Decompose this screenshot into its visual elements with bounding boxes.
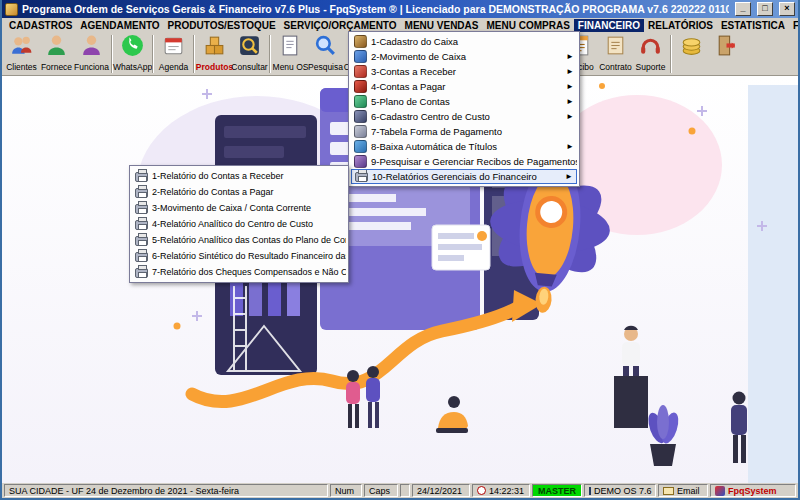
toolbar-button-pesquisa[interactable]: Pesquisa (308, 33, 343, 75)
receivables-icon (354, 65, 367, 78)
search-icon (313, 33, 338, 62)
clock-icon (477, 486, 486, 495)
reports-submenu-item[interactable]: 7-Relatório dos Cheques Compensados e Nã… (132, 264, 346, 280)
toolbar-button-coins[interactable] (674, 33, 709, 75)
printer-icon (135, 252, 148, 262)
status-bar: SUA CIDADE - UF 24 de Dezembro de 2021 -… (2, 483, 798, 498)
toolbar-button-whatsapp[interactable]: WhatsApp (115, 33, 150, 75)
plant (645, 405, 682, 466)
printer-icon (135, 172, 148, 182)
cash-register-icon (354, 35, 367, 48)
minimize-button[interactable]: _ (735, 2, 751, 16)
financeiro-menu-item[interactable]: 6-Cadastro Centro de Custo ► (351, 109, 577, 124)
status-version: DEMO OS 7.6 (584, 484, 656, 497)
toolbar-separator (152, 35, 154, 73)
reports-submenu: 1-Relatório do Contas a Receber 2-Relató… (129, 165, 349, 283)
clients-icon (9, 33, 34, 62)
app-window: Programa Ordem de Serviços Gerais & Fina… (0, 0, 800, 500)
submenu-arrow-icon: ► (566, 142, 574, 151)
monitor-icon (589, 487, 591, 495)
person-right (731, 392, 747, 464)
menu-ferramentas[interactable]: FERRAMENTAS (789, 19, 800, 32)
toolbar-button-fornece[interactable]: Fornece (39, 33, 74, 75)
submenu-arrow-icon: ► (566, 112, 574, 121)
wall-band (748, 85, 798, 483)
maximize-button[interactable]: □ (757, 2, 773, 16)
reports-submenu-item[interactable]: 1-Relatório do Contas a Receber (132, 168, 346, 184)
printer-icon (135, 188, 148, 198)
status-date: 24/12/2021 (412, 484, 470, 497)
toolbar-button-agenda[interactable]: Agenda (156, 33, 191, 75)
financeiro-menu-item[interactable]: 3-Contas a Receber ► (351, 64, 577, 79)
submenu-arrow-icon: ► (566, 52, 574, 61)
status-location: SUA CIDADE - UF 24 de Dezembro de 2021 -… (4, 484, 328, 497)
toolbar-separator (269, 35, 271, 73)
toolbar-button-contrato[interactable]: Contrato (598, 33, 633, 75)
status-email[interactable]: Email (658, 484, 708, 497)
person-crouching (436, 396, 468, 433)
toolbar-button-funciona[interactable]: Funciona (74, 33, 109, 75)
calendar-icon (161, 33, 186, 62)
reports-submenu-item[interactable]: 3-Movimento de Caixa / Conta Corrente (132, 200, 346, 216)
financeiro-menu-item-selected[interactable]: 10-Relatórios Gerenciais do Financeiro ► (351, 169, 577, 184)
financeiro-menu-item[interactable]: 7-Tabela Forma de Pagamento (351, 124, 577, 139)
reports-submenu-item[interactable]: 2-Relatório do Contas a Pagar (132, 184, 346, 200)
menu-servico-orcamento[interactable]: SERVIÇO/ORÇAMENTO (280, 19, 401, 32)
submenu-arrow-icon: ► (566, 67, 574, 76)
status-brand: FpqSystem (710, 484, 796, 497)
cost-center-icon (354, 110, 367, 123)
financeiro-menu-item[interactable]: 4-Contas a Pagar ► (351, 79, 577, 94)
status-time: 14:22:31 (472, 484, 530, 497)
printer-icon (135, 204, 148, 214)
supplier-icon (44, 33, 69, 62)
menu-financeiro[interactable]: FINANCEIRO (574, 19, 644, 32)
toolbar-separator (193, 35, 195, 73)
financeiro-menu-item[interactable]: 9-Pesquisar e Gerenciar Recibos de Pagam… (351, 154, 577, 169)
whatsapp-icon (120, 33, 145, 62)
financeiro-menu-item[interactable]: 5-Plano de Contas ► (351, 94, 577, 109)
printer-icon (135, 220, 148, 230)
payables-icon (354, 80, 367, 93)
menu-cadastros[interactable]: CADASTROS (5, 19, 76, 32)
toolbar-button-consultar[interactable]: Consultar (232, 33, 267, 75)
submenu-arrow-icon: ► (566, 82, 574, 91)
reports-submenu-item[interactable]: 5-Relatório Analítico das Contas do Plan… (132, 232, 346, 248)
reports-submenu-item[interactable]: 4-Relatório Analítico do Centro de Custo (132, 216, 346, 232)
toolbar-button-menu-os[interactable]: Menu OS (273, 33, 308, 75)
reports-submenu-item[interactable]: 6-Relatório Sintético do Resultado Finan… (132, 248, 346, 264)
status-user-badge: MASTER (532, 484, 582, 497)
employee-icon (79, 33, 104, 62)
payment-method-icon (354, 125, 367, 138)
financeiro-menu-item[interactable]: 1-Cadastro do Caixa (351, 34, 577, 49)
cash-flow-icon (354, 50, 367, 63)
printer-icon (355, 172, 368, 182)
support-icon (638, 33, 663, 62)
menu-bar: CADASTROS AGENDAMENTO PRODUTOS/ESTOQUE S… (2, 18, 798, 32)
status-capslock: Caps (364, 484, 398, 497)
receipts-search-icon (354, 155, 367, 168)
menu-menu-vendas[interactable]: MENU VENDAS (401, 19, 483, 32)
toolbar-button-suporte[interactable]: Suporte (633, 33, 668, 75)
coins-icon (679, 33, 704, 62)
printer-icon (135, 236, 148, 246)
search-dark-icon (237, 33, 262, 62)
submenu-arrow-icon: ► (566, 97, 574, 106)
menu-agendamento[interactable]: AGENDAMENTO (76, 19, 163, 32)
printer-icon (135, 268, 148, 278)
chart-of-accounts-icon (354, 95, 367, 108)
toolbar-button-exit[interactable] (709, 33, 744, 75)
menu-produtos-estoque[interactable]: PRODUTOS/ESTOQUE (164, 19, 280, 32)
envelope-icon (663, 487, 674, 495)
financeiro-menu-item[interactable]: 8-Baixa Automática de Títulos ► (351, 139, 577, 154)
toolbar-button-produtos[interactable]: Produtos (197, 33, 232, 75)
menu-estatistica[interactable]: ESTATISTICA (717, 19, 789, 32)
toolbar-button-clientes[interactable]: Clientes (4, 33, 39, 75)
fpqsystem-logo-icon (715, 486, 725, 496)
menu-relatorios[interactable]: RELATÓRIOS (644, 19, 717, 32)
menu-menu-compras[interactable]: MENU COMPRAS (482, 19, 573, 32)
products-icon (202, 33, 227, 62)
contract-icon (603, 33, 628, 62)
close-button[interactable]: × (779, 2, 795, 16)
financeiro-dropdown-menu: 1-Cadastro do Caixa 2-Movimento de Caixa… (348, 31, 580, 187)
financeiro-menu-item[interactable]: 2-Movimento de Caixa ► (351, 49, 577, 64)
